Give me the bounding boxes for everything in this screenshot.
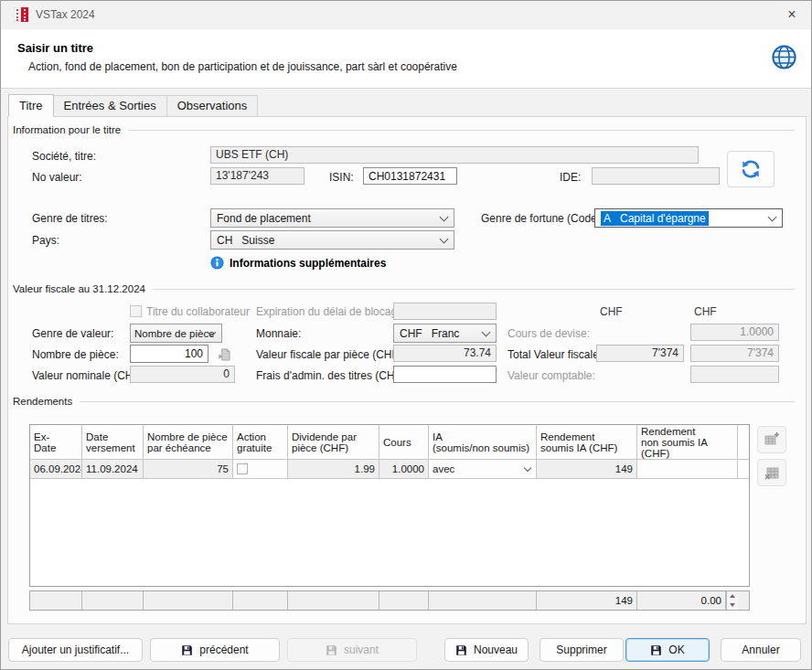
refresh-button[interactable] xyxy=(727,151,775,187)
monnaie-select[interactable]: CHF Franc xyxy=(393,324,497,343)
nombre-piece-label: Nombre de pièce: xyxy=(32,348,119,361)
ide-label: IDE: xyxy=(560,171,581,184)
close-icon[interactable]: × xyxy=(780,5,804,25)
col-ex-date[interactable]: Ex- Date xyxy=(30,425,82,459)
nouveau-button[interactable]: Nouveau xyxy=(444,638,529,662)
delete-row-button[interactable] xyxy=(757,459,786,486)
annuler-label: Annuler xyxy=(742,643,779,656)
ajouter-justificatif-button[interactable]: Ajouter un justificatif... xyxy=(8,638,143,662)
frais-admin-input[interactable] xyxy=(393,366,497,383)
genre-valeur-value: Nombre de pièce xyxy=(134,328,215,339)
ok-label: OK xyxy=(668,643,684,656)
isin-label: ISIN: xyxy=(329,171,354,184)
refresh-icon xyxy=(740,158,762,180)
vstax-dialog: VSTax 2024 × Saisir un titre Action, fon… xyxy=(0,0,812,670)
col-rendement-non-soumis[interactable]: Rendement non soumis IA (CHF) xyxy=(637,425,738,459)
precedent-button[interactable]: précédent xyxy=(150,638,280,662)
col-filler xyxy=(738,425,749,459)
titre-collaborateur-checkbox[interactable] xyxy=(130,305,142,317)
save-icon xyxy=(181,644,193,656)
pays-value: CH Suisse xyxy=(217,234,274,247)
tab-observations[interactable]: Observations xyxy=(166,95,259,117)
supprimer-label: Supprimer xyxy=(556,643,606,656)
pays-label: Pays: xyxy=(32,234,59,247)
page-title: Saisir un titre xyxy=(17,41,93,55)
cell-dividende[interactable]: 1.99 xyxy=(288,459,379,479)
chevron-down-icon xyxy=(524,464,531,472)
cell-cours[interactable]: 1.0000 xyxy=(379,459,429,479)
cell-rendement-non-soumis[interactable] xyxy=(637,459,738,479)
genre-valeur-label: Genre de valeur: xyxy=(32,327,113,340)
spinner-up-icon[interactable] xyxy=(727,591,738,601)
no-valeur-label: No valeur: xyxy=(32,171,82,184)
cell-action-gratuite xyxy=(233,459,288,479)
cell-ia-select[interactable]: avec xyxy=(429,459,537,479)
supprimer-button[interactable]: Supprimer xyxy=(540,638,624,662)
spinner-down-icon[interactable] xyxy=(727,601,738,610)
add-row-button[interactable] xyxy=(757,426,786,453)
total-rendement-soumis: 149 xyxy=(537,591,637,610)
informations-supplementaires-text: Informations supplémentaires xyxy=(230,257,386,270)
cell-nombre-piece[interactable]: 75 xyxy=(144,459,233,479)
transfer-pieces-button[interactable] xyxy=(214,345,234,363)
cell-date-versement[interactable]: 11.09.2024 xyxy=(82,459,144,479)
save-icon xyxy=(455,644,467,656)
chevron-down-icon xyxy=(440,234,449,243)
total-cell-filler xyxy=(738,591,749,610)
col-date-versement[interactable]: Date versement xyxy=(82,425,144,459)
total-vf-chf2-field: 7'374 xyxy=(690,345,779,362)
valeur-comptable-label: Valeur comptable: xyxy=(508,369,595,382)
section-valeur-fiscale-label: Valeur fiscale au 31.12.2024 xyxy=(13,283,145,294)
globe-icon xyxy=(771,44,797,70)
cell-filler xyxy=(738,459,749,479)
genre-titres-select[interactable]: Fond de placement xyxy=(210,208,454,228)
ajouter-justificatif-label: Ajouter un justificatif... xyxy=(22,643,129,656)
pays-select[interactable]: CH Suisse xyxy=(210,230,454,250)
genre-titres-label: Genre de titres: xyxy=(32,212,108,225)
chevron-down-icon xyxy=(768,212,777,221)
tab-entrees-sorties[interactable]: Entrées & Sorties xyxy=(53,95,167,117)
genre-valeur-select[interactable]: Nombre de pièce xyxy=(130,324,222,343)
section-valeur-fiscale: Valeur fiscale au 31.12.2024 xyxy=(13,283,795,294)
col-rendement-soumis[interactable]: Rendement soumis IA (CHF) xyxy=(537,425,637,459)
totals-spinner[interactable] xyxy=(726,591,738,610)
suivant-button[interactable]: suivant xyxy=(287,638,417,662)
total-cell-empty xyxy=(379,591,429,610)
annuler-button[interactable]: Annuler xyxy=(721,638,801,662)
table-add-row-icon xyxy=(764,432,780,448)
monnaie-value: CHF Franc xyxy=(400,327,459,340)
cours-devise-label: Cours de devise: xyxy=(508,327,590,340)
informations-supplementaires-link[interactable]: Informations supplémentaires xyxy=(210,256,386,270)
col-nombre-piece[interactable]: Nombre de pièce par échéance xyxy=(144,425,233,459)
cours-devise-field: 1.0000 xyxy=(690,324,779,341)
cell-ex-date[interactable]: 06.09.2024 xyxy=(30,459,82,479)
no-valeur-field: 13'187'243 xyxy=(210,167,304,185)
col-cours[interactable]: Cours xyxy=(379,425,429,459)
ide-field xyxy=(592,167,720,185)
section-information-titre: Information pour le titre xyxy=(13,124,795,135)
section-rendements-label: Rendements xyxy=(13,396,72,407)
page-subtitle: Action, fond de placement, bon de partic… xyxy=(28,60,457,73)
col-dividende[interactable]: Dividende par pièce (CHF) xyxy=(288,425,379,459)
tab-page-titre: Information pour le titre Société, titre… xyxy=(7,116,807,624)
titre-collaborateur-label: Titre du collaborateur xyxy=(146,305,250,318)
precedent-label: précédent xyxy=(199,643,248,656)
expiration-label: Expiration du délai de blocage: xyxy=(256,305,406,318)
isin-field[interactable] xyxy=(363,167,457,185)
action-gratuite-checkbox[interactable] xyxy=(237,463,248,474)
tab-titre[interactable]: Titre xyxy=(8,94,54,117)
genre-fortune-select[interactable]: A Capital d'épargne xyxy=(594,208,783,228)
nombre-piece-input[interactable] xyxy=(130,345,208,363)
rendements-totals-row: 149 0.00 xyxy=(29,590,750,611)
col-ia[interactable]: IA (soumis/non soumis) xyxy=(429,425,537,459)
table-row: 06.09.2024 11.09.2024 75 1.99 1.0000 ave… xyxy=(30,459,749,479)
total-cell-empty xyxy=(233,591,288,610)
total-vf-label: Total Valeur fiscale: xyxy=(508,348,602,361)
cell-rendement-soumis[interactable]: 149 xyxy=(537,459,637,479)
vf-piece-field: 73.74 xyxy=(393,345,497,362)
ok-button[interactable]: OK xyxy=(625,638,710,662)
col-action-gratuite[interactable]: Action gratuite xyxy=(233,425,288,459)
tab-strip: Titre Entrées & Sorties Observations xyxy=(8,95,257,117)
vf-piece-label: Valeur fiscale par pièce (CHF): xyxy=(256,348,405,361)
save-icon xyxy=(650,644,662,656)
